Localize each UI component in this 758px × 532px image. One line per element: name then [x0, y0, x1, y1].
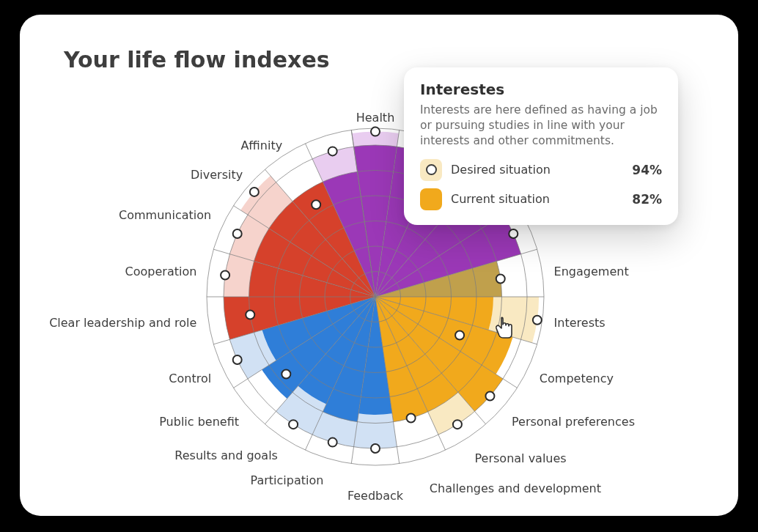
svg-point-51	[328, 147, 337, 155]
svg-point-43	[289, 420, 298, 429]
segment-label: Public benefit	[159, 415, 239, 429]
tooltip-body: Interests are here defined as having a j…	[420, 103, 662, 149]
segment-label: Diversity	[191, 168, 243, 182]
segment-label: Competency	[540, 372, 614, 385]
svg-point-30	[371, 128, 380, 136]
segment-label: Health	[356, 111, 395, 125]
segment-label: Challenges and development	[430, 481, 601, 495]
ring-icon	[426, 164, 437, 175]
card: Your life flow indexes HealthPhysical st…	[20, 15, 738, 516]
legend-current-swatch	[420, 188, 442, 210]
svg-point-49	[250, 188, 259, 196]
svg-point-41	[371, 444, 380, 453]
legend-desired-label: Desired situation	[451, 163, 623, 177]
svg-point-37	[455, 331, 464, 340]
legend-current-row: Current situation 82%	[420, 188, 662, 210]
legend-desired-value: 94%	[632, 163, 662, 177]
svg-point-47	[221, 271, 229, 280]
svg-point-35	[496, 274, 505, 283]
segment-label: Personal preferences	[512, 415, 635, 429]
svg-point-36	[533, 316, 542, 325]
segment-label: Communication	[119, 208, 211, 222]
segment-label: Feedback	[347, 489, 403, 503]
segment-label: Engagement	[554, 264, 629, 278]
svg-point-40	[407, 414, 416, 423]
segment-label: Affinity	[240, 138, 282, 152]
svg-point-34	[509, 229, 518, 238]
svg-point-46	[246, 311, 254, 319]
svg-point-48	[233, 229, 242, 238]
legend-desired-swatch	[420, 159, 442, 181]
svg-point-39	[453, 420, 462, 429]
segment-label: Personal values	[475, 451, 567, 465]
legend-desired-row: Desired situation 94%	[420, 159, 662, 181]
tooltip: Interestes Interests are here defined as…	[404, 67, 678, 225]
svg-point-38	[485, 392, 494, 401]
segment-label: Interests	[554, 316, 606, 330]
segment-label: Participation	[250, 473, 323, 487]
legend-current-value: 82%	[632, 192, 662, 207]
svg-point-44	[282, 369, 290, 378]
segment-label: Results and goals	[174, 448, 278, 462]
legend-current-label: Current situation	[451, 192, 623, 206]
segment-label: Cooperation	[125, 264, 197, 278]
segment-label: Control	[169, 372, 211, 385]
tooltip-heading: Interestes	[420, 81, 662, 98]
segment-label: Clear leadership and role	[49, 316, 196, 330]
svg-point-42	[328, 438, 337, 447]
svg-point-50	[312, 200, 320, 209]
svg-point-45	[233, 355, 242, 364]
